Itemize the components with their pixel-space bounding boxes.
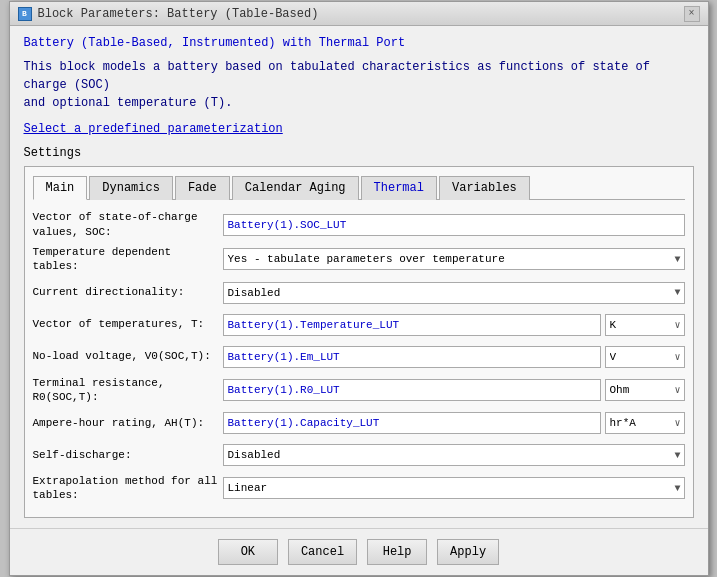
form-row-current-dir: Current directionality:Disabled▼ (33, 280, 685, 306)
unit-select-temp-vector[interactable]: K (605, 314, 685, 336)
form-control-wrap-temp-tables: Yes - tabulate parameters over temperatu… (223, 248, 685, 270)
unit-select-terminal-resistance[interactable]: Ohm (605, 379, 685, 401)
tab-variables[interactable]: Variables (439, 176, 530, 200)
form-control-wrap-soc-vector (223, 214, 685, 236)
tab-bar: Main Dynamics Fade Calendar Aging Therma… (33, 175, 685, 200)
settings-label: Settings (24, 146, 694, 160)
unit-wrap-terminal-resistance: Ohm∨ (605, 379, 685, 401)
select-wrap-extrapolation: Linear▼ (223, 477, 685, 499)
form-row-self-discharge: Self-discharge:Disabled▼ (33, 442, 685, 468)
cancel-button[interactable]: Cancel (288, 539, 357, 565)
form-row-temp-tables: Temperature dependent tables:Yes - tabul… (33, 245, 685, 274)
form-label-current-dir: Current directionality: (33, 285, 223, 299)
window-title: Block Parameters: Battery (Table-Based) (38, 7, 319, 21)
form-label-no-load-voltage: No-load voltage, V0(SOC,T): (33, 349, 223, 363)
ok-button[interactable]: OK (218, 539, 278, 565)
form-control-wrap-temp-vector: K∨ (223, 314, 685, 336)
settings-panel: Main Dynamics Fade Calendar Aging Therma… (24, 166, 694, 517)
apply-button[interactable]: Apply (437, 539, 499, 565)
titlebar: B Block Parameters: Battery (Table-Based… (10, 2, 708, 26)
unit-select-no-load-voltage[interactable]: V (605, 346, 685, 368)
form-label-terminal-resistance: Terminal resistance, R0(SOC,T): (33, 376, 223, 405)
form-label-temp-tables: Temperature dependent tables: (33, 245, 223, 274)
window-icon: B (18, 7, 32, 21)
form-row-temp-vector: Vector of temperatures, T:K∨ (33, 312, 685, 338)
input-no-load-voltage[interactable] (223, 346, 601, 368)
select-wrap-self-discharge: Disabled▼ (223, 444, 685, 466)
select-wrap-temp-tables: Yes - tabulate parameters over temperatu… (223, 248, 685, 270)
input-temp-vector[interactable] (223, 314, 601, 336)
tab-thermal[interactable]: Thermal (361, 176, 437, 200)
tab-main[interactable]: Main (33, 176, 88, 200)
form-label-self-discharge: Self-discharge: (33, 448, 223, 462)
form-control-wrap-extrapolation: Linear▼ (223, 477, 685, 499)
form-control-wrap-no-load-voltage: V∨ (223, 346, 685, 368)
input-ampere-hour[interactable] (223, 412, 601, 434)
form-control-wrap-self-discharge: Disabled▼ (223, 444, 685, 466)
form-container: Vector of state-of-charge values, SOC:Te… (33, 210, 685, 502)
input-terminal-resistance[interactable] (223, 379, 601, 401)
tab-dynamics[interactable]: Dynamics (89, 176, 173, 200)
form-row-no-load-voltage: No-load voltage, V0(SOC,T):V∨ (33, 344, 685, 370)
select-current-dir[interactable]: Disabled (223, 282, 685, 304)
unit-wrap-temp-vector: K∨ (605, 314, 685, 336)
parameterization-link[interactable]: Select a predefined parameterization (24, 122, 694, 136)
form-control-wrap-ampere-hour: hr*A∨ (223, 412, 685, 434)
help-button[interactable]: Help (367, 539, 427, 565)
form-label-soc-vector: Vector of state-of-charge values, SOC: (33, 210, 223, 239)
content-area: Battery (Table-Based, Instrumented) with… (10, 26, 708, 527)
unit-select-ampere-hour[interactable]: hr*A (605, 412, 685, 434)
main-window: B Block Parameters: Battery (Table-Based… (9, 1, 709, 575)
titlebar-left: B Block Parameters: Battery (Table-Based… (18, 7, 319, 21)
close-button[interactable]: × (684, 6, 700, 22)
description-line1: This block models a battery based on tab… (24, 60, 651, 92)
select-self-discharge[interactable]: Disabled (223, 444, 685, 466)
form-control-wrap-current-dir: Disabled▼ (223, 282, 685, 304)
form-row-terminal-resistance: Terminal resistance, R0(SOC,T):Ohm∨ (33, 376, 685, 405)
select-extrapolation[interactable]: Linear (223, 477, 685, 499)
unit-wrap-no-load-voltage: V∨ (605, 346, 685, 368)
select-wrap-current-dir: Disabled▼ (223, 282, 685, 304)
dialog-footer: OK Cancel Help Apply (10, 528, 708, 575)
form-label-temp-vector: Vector of temperatures, T: (33, 317, 223, 331)
form-control-wrap-terminal-resistance: Ohm∨ (223, 379, 685, 401)
tab-fade[interactable]: Fade (175, 176, 230, 200)
select-temp-tables[interactable]: Yes - tabulate parameters over temperatu… (223, 248, 685, 270)
form-label-extrapolation: Extrapolation method for all tables: (33, 474, 223, 503)
tab-calendar-aging[interactable]: Calendar Aging (232, 176, 359, 200)
description-line2: and optional temperature (T). (24, 96, 233, 110)
input-soc-vector[interactable] (223, 214, 685, 236)
form-row-extrapolation: Extrapolation method for all tables:Line… (33, 474, 685, 503)
window-subtitle: Battery (Table-Based, Instrumented) with… (24, 36, 694, 50)
form-row-soc-vector: Vector of state-of-charge values, SOC: (33, 210, 685, 239)
form-row-ampere-hour: Ampere-hour rating, AH(T):hr*A∨ (33, 410, 685, 436)
unit-wrap-ampere-hour: hr*A∨ (605, 412, 685, 434)
description: This block models a battery based on tab… (24, 58, 694, 112)
form-label-ampere-hour: Ampere-hour rating, AH(T): (33, 416, 223, 430)
